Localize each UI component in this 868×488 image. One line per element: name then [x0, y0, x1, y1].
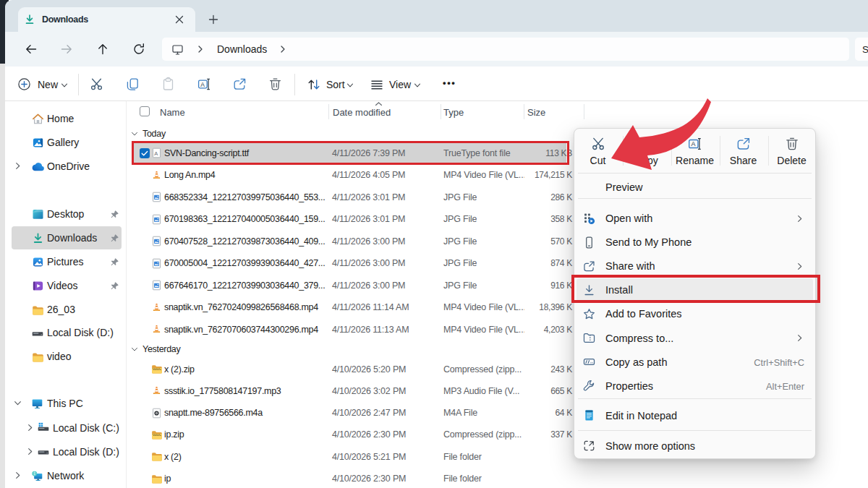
svg-text:A: A: [200, 81, 205, 88]
